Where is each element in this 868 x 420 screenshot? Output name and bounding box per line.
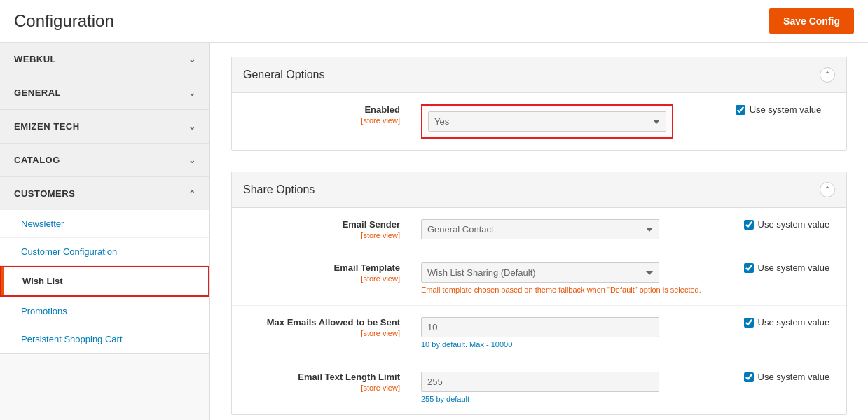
max-emails-label: Max Emails Allowed to be Sent — [267, 317, 400, 328]
chevron-up-icon: ⌃ — [188, 189, 196, 199]
email-text-length-input[interactable] — [421, 372, 659, 392]
sidebar-item-wish-list[interactable]: Wish List — [1, 267, 208, 295]
share-options-title: Share Options — [243, 183, 315, 196]
sidebar-item-promotions[interactable]: Promotions — [0, 298, 209, 326]
max-emails-use-system-checkbox[interactable] — [744, 318, 754, 328]
email-text-length-help-text: 255 by default — [421, 395, 730, 403]
email-template-label: Email Template — [334, 262, 400, 273]
enabled-label: Enabled — [364, 104, 400, 115]
email-sender-label-cell: Email Sender [store view] — [232, 208, 414, 251]
sidebar-section-general: GENERAL ⌄ — [0, 76, 209, 110]
general-options-header: General Options ⌃ — [232, 57, 846, 93]
chevron-down-icon: ⌄ — [188, 122, 196, 132]
sidebar-section-label-webkul: WEBKUL — [14, 54, 56, 64]
chevron-down-icon: ⌄ — [188, 155, 196, 165]
email-text-length-use-system-label[interactable]: Use system value — [744, 372, 839, 382]
email-text-length-label-cell: Email Text Length Limit [store view] — [232, 360, 414, 415]
save-config-button[interactable]: Save Config — [769, 8, 854, 34]
email-template-row: Email Template [store view] Wish List Sh… — [232, 251, 846, 306]
max-emails-use-system-text: Use system value — [758, 317, 830, 328]
email-sender-control-cell: General Contact — [414, 208, 737, 251]
enabled-use-system-text: Use system value — [750, 104, 822, 115]
page-title: Configuration — [14, 11, 114, 31]
max-emails-label-cell: Max Emails Allowed to be Sent [store vie… — [232, 306, 414, 360]
email-text-length-use-system-checkbox[interactable] — [744, 372, 754, 382]
general-options-table: Enabled [store view] Yes No — [232, 93, 846, 150]
layout: WEBKUL ⌄ GENERAL ⌄ EMIZEN TECH ⌄ CATALOG… — [0, 43, 868, 420]
sidebar-section-promotions: Promotions Persistent Shopping Cart — [0, 298, 209, 354]
sidebar-section-label-emizen-tech: EMIZEN TECH — [14, 121, 80, 132]
sidebar-section-header-general[interactable]: GENERAL ⌄ — [0, 76, 209, 109]
email-template-store-view: [store view] — [246, 274, 400, 283]
chevron-down-icon: ⌄ — [188, 88, 196, 98]
sidebar-section-customers: CUSTOMERS ⌃ Newsletter Customer Configur… — [0, 177, 209, 298]
email-text-length-system-cell: Use system value — [737, 360, 846, 415]
enabled-store-view: [store view] — [246, 116, 400, 125]
email-text-length-store-view: [store view] — [246, 384, 400, 392]
sidebar-item-persistent-shopping-cart[interactable]: Persistent Shopping Cart — [0, 326, 209, 354]
sidebar-section-webkul: WEBKUL ⌄ — [0, 43, 209, 76]
share-options-table: Email Sender [store view] General Contac… — [232, 208, 846, 414]
max-emails-control-cell: 10 by default. Max - 10000 — [414, 306, 737, 360]
enabled-use-system-label[interactable]: Use system value — [736, 104, 839, 115]
max-emails-system-cell: Use system value — [737, 306, 846, 360]
general-options-section: General Options ⌃ Enabled [store view] Y… — [231, 57, 847, 150]
page-header: Configuration Save Config — [0, 0, 868, 43]
general-options-collapse-button[interactable]: ⌃ — [820, 67, 835, 83]
sidebar: WEBKUL ⌄ GENERAL ⌄ EMIZEN TECH ⌄ CATALOG… — [0, 43, 210, 420]
email-sender-use-system-label[interactable]: Use system value — [744, 219, 839, 230]
email-template-help-text: Email template chosen based on theme fal… — [421, 286, 730, 294]
email-template-control-cell: Wish List Sharing (Default) Email templa… — [414, 251, 737, 306]
wish-list-highlight-box: Wish List — [0, 266, 209, 297]
sidebar-section-header-webkul[interactable]: WEBKUL ⌄ — [0, 43, 209, 76]
share-options-section: Share Options ⌃ Email Sender [store view… — [231, 172, 847, 415]
sidebar-section-label-general: GENERAL — [14, 88, 61, 98]
enabled-row: Enabled [store view] Yes No — [232, 93, 846, 150]
email-sender-system-cell: Use system value — [737, 208, 846, 251]
max-emails-store-view: [store view] — [246, 329, 400, 337]
email-template-use-system-text: Use system value — [758, 262, 830, 273]
sidebar-item-newsletter[interactable]: Newsletter — [0, 210, 209, 238]
sidebar-section-header-emizen-tech[interactable]: EMIZEN TECH ⌄ — [0, 110, 209, 143]
enabled-select[interactable]: Yes No — [428, 111, 666, 132]
sidebar-section-label-catalog: CATALOG — [14, 155, 60, 165]
sidebar-item-customer-configuration[interactable]: Customer Configuration — [0, 238, 209, 266]
email-text-length-control-cell: 255 by default — [414, 360, 737, 415]
share-options-header: Share Options ⌃ — [232, 172, 846, 208]
max-emails-row: Max Emails Allowed to be Sent [store vie… — [232, 306, 846, 360]
email-text-length-label: Email Text Length Limit — [298, 372, 400, 382]
max-emails-input[interactable] — [421, 317, 659, 337]
promotions-items: Promotions Persistent Shopping Cart — [0, 298, 209, 354]
email-template-use-system-checkbox[interactable] — [744, 263, 754, 273]
main-content: General Options ⌃ Enabled [store view] Y… — [210, 43, 868, 420]
email-text-length-row: Email Text Length Limit [store view] 255… — [232, 360, 846, 415]
sidebar-section-header-catalog[interactable]: CATALOG ⌄ — [0, 144, 209, 176]
sidebar-section-emizen-tech: EMIZEN TECH ⌄ — [0, 110, 209, 144]
email-sender-use-system-checkbox[interactable] — [744, 220, 754, 230]
chevron-down-icon: ⌄ — [188, 55, 196, 64]
general-options-title: General Options — [243, 69, 325, 81]
enabled-label-cell: Enabled [store view] — [232, 93, 414, 150]
email-sender-store-view: [store view] — [246, 231, 400, 239]
enabled-system-cell: Use system value — [729, 93, 846, 150]
email-sender-row: Email Sender [store view] General Contac… — [232, 208, 846, 251]
enabled-control-cell: Yes No — [414, 93, 729, 150]
enabled-use-system-checkbox[interactable] — [736, 105, 745, 115]
max-emails-use-system-label[interactable]: Use system value — [744, 317, 839, 328]
email-template-use-system-label[interactable]: Use system value — [744, 262, 839, 273]
customers-items: Newsletter Customer Configuration Wish L… — [0, 210, 209, 297]
email-sender-select[interactable]: General Contact — [421, 219, 659, 239]
sidebar-section-catalog: CATALOG ⌄ — [0, 144, 209, 177]
email-sender-label: Email Sender — [343, 219, 400, 230]
email-template-select[interactable]: Wish List Sharing (Default) — [421, 262, 659, 283]
email-template-label-cell: Email Template [store view] — [232, 251, 414, 306]
email-sender-use-system-text: Use system value — [758, 219, 830, 230]
email-text-length-use-system-text: Use system value — [758, 372, 830, 382]
email-template-system-cell: Use system value — [737, 251, 846, 306]
sidebar-section-header-customers[interactable]: CUSTOMERS ⌃ — [0, 177, 209, 210]
max-emails-help-text: 10 by default. Max - 10000 — [421, 340, 730, 349]
sidebar-section-label-customers: CUSTOMERS — [14, 188, 75, 199]
share-options-collapse-button[interactable]: ⌃ — [820, 182, 835, 197]
enabled-highlight-box: Yes No — [421, 104, 673, 139]
